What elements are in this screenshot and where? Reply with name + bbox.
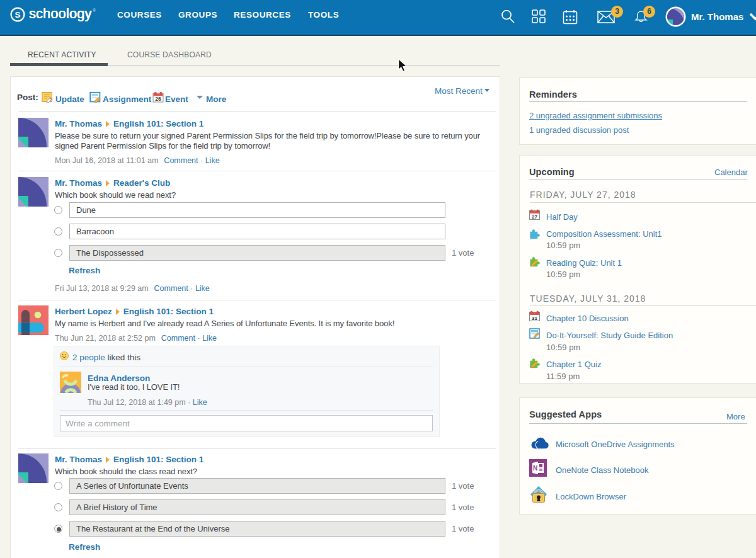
svg-text:N: N xyxy=(533,465,537,472)
svg-text:27: 27 xyxy=(532,214,537,220)
svg-text:S: S xyxy=(14,10,20,20)
svg-text:31: 31 xyxy=(532,316,537,321)
svg-text:26: 26 xyxy=(155,96,161,102)
